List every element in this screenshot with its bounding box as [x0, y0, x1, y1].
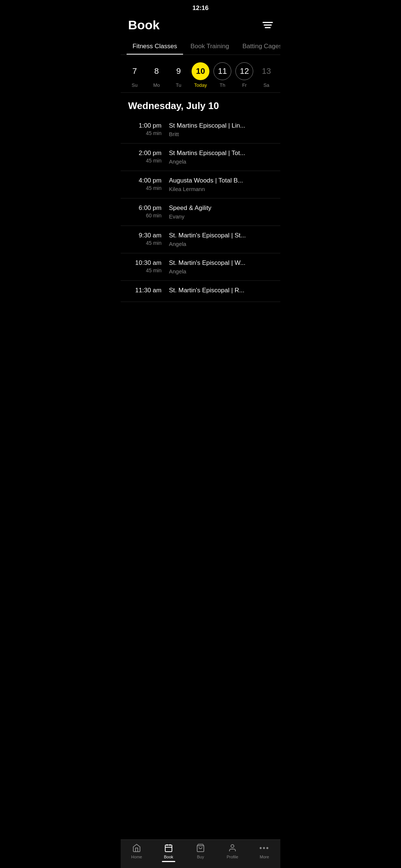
class-time-5: 10:30 am 45 min [128, 259, 169, 273]
class-time-4: 9:30 am 45 min [128, 232, 169, 246]
status-bar: 12:16 [121, 0, 280, 15]
svg-point-5 [231, 845, 234, 848]
day-number-13: 13 [257, 62, 275, 80]
nav-item-more[interactable]: ••• More [253, 843, 276, 859]
status-time: 12:16 [192, 4, 208, 12]
day-number-8: 8 [148, 62, 166, 80]
tab-book-training[interactable]: Book Training [185, 38, 235, 55]
calendar-day-11[interactable]: 11 Th [213, 62, 231, 88]
class-time-0: 1:00 pm 45 min [128, 122, 169, 136]
class-time-6: 11:30 am [128, 287, 169, 295]
class-item-2[interactable]: 4:00 pm 45 min Augusta Woods | Total B..… [121, 171, 280, 198]
class-item-0[interactable]: 1:00 pm 45 min St Martins Episcopal | Li… [121, 116, 280, 144]
nav-label-home: Home [131, 855, 142, 859]
nav-item-buy[interactable]: Buy [189, 843, 212, 859]
calendar-day-7[interactable]: 7 Su [126, 62, 144, 88]
calendar-day-8[interactable]: 8 Mo [148, 62, 166, 88]
nav-label-more: More [260, 855, 269, 859]
day-label-12: Fr [242, 82, 247, 88]
class-time-3: 6:00 pm 60 min [128, 204, 169, 218]
buy-icon [195, 843, 206, 853]
calendar-day-10[interactable]: 10 Today [192, 62, 209, 88]
day-label-9: Tu [176, 82, 181, 88]
filter-button[interactable] [263, 22, 273, 28]
nav-label-profile: Profile [226, 855, 238, 859]
class-list: 1:00 pm 45 min St Martins Episcopal | Li… [121, 116, 280, 302]
profile-icon [227, 843, 238, 853]
day-number-12: 12 [235, 62, 253, 80]
home-icon [131, 843, 142, 853]
nav-item-profile[interactable]: Profile [221, 843, 244, 859]
class-item-3[interactable]: 6:00 pm 60 min Speed & Agility Evany [121, 198, 280, 226]
class-item-6[interactable]: 11:30 am St. Martin's Episcopal | R... [121, 281, 280, 302]
day-number-10: 10 [192, 62, 209, 80]
nav-label-buy: Buy [197, 855, 204, 859]
day-number-9: 9 [170, 62, 188, 80]
class-item-4[interactable]: 9:30 am 45 min St. Martin's Episcopal | … [121, 226, 280, 253]
class-item-1[interactable]: 2:00 pm 45 min St Martins Episcopal | To… [121, 144, 280, 171]
calendar-day-13[interactable]: 13 Sa [257, 62, 275, 88]
nav-label-book: Book [164, 855, 173, 859]
nav-item-home[interactable]: Home [125, 843, 148, 859]
class-info-3: Speed & Agility Evany [169, 204, 273, 220]
day-label-8: Mo [153, 82, 160, 88]
tab-bar: Fitness Classes Book Training Batting Ca… [121, 38, 280, 55]
more-icon: ••• [259, 843, 270, 853]
class-item-5[interactable]: 10:30 am 45 min St. Martin's Episcopal |… [121, 253, 280, 281]
page-title: Book [128, 18, 160, 32]
class-info-1: St Martins Episcopal | Tot... Angela [169, 149, 273, 165]
class-time-1: 2:00 pm 45 min [128, 149, 169, 164]
day-label-11: Th [220, 82, 225, 88]
calendar: 7 Su 8 Mo 9 Tu 10 Today 11 Th 12 Fr 13 [121, 55, 280, 93]
class-time-2: 4:00 pm 45 min [128, 177, 169, 191]
day-number-7: 7 [126, 62, 144, 80]
calendar-day-12[interactable]: 12 Fr [235, 62, 253, 88]
day-label-13: Sa [263, 82, 269, 88]
tab-batting-cages[interactable]: Batting Cages [237, 38, 280, 55]
day-number-11: 11 [213, 62, 231, 80]
content-area: Wednesday, July 10 1:00 pm 45 min St Mar… [121, 93, 280, 335]
calendar-days: 7 Su 8 Mo 9 Tu 10 Today 11 Th 12 Fr 13 [121, 61, 280, 89]
class-info-4: St. Martin's Episcopal | St... Angela [169, 232, 273, 247]
class-info-5: St. Martin's Episcopal | W... Angela [169, 259, 273, 274]
bottom-nav: Home Book Buy [121, 839, 280, 868]
class-info-0: St Martins Episcopal | Lin... Britt [169, 122, 273, 137]
tab-fitness-classes[interactable]: Fitness Classes [127, 38, 183, 55]
svg-rect-0 [165, 845, 172, 852]
class-info-2: Augusta Woods | Total B... Kilea Lermann [169, 177, 273, 192]
day-label-7: Su [132, 82, 138, 88]
nav-active-indicator [162, 861, 175, 862]
header: Book [121, 15, 280, 38]
class-info-6: St. Martin's Episcopal | R... [169, 287, 273, 296]
nav-item-book[interactable]: Book [157, 843, 180, 859]
book-icon [163, 843, 174, 853]
date-heading: Wednesday, July 10 [121, 93, 280, 116]
calendar-day-9[interactable]: 9 Tu [170, 62, 188, 88]
day-label-10: Today [194, 82, 207, 88]
